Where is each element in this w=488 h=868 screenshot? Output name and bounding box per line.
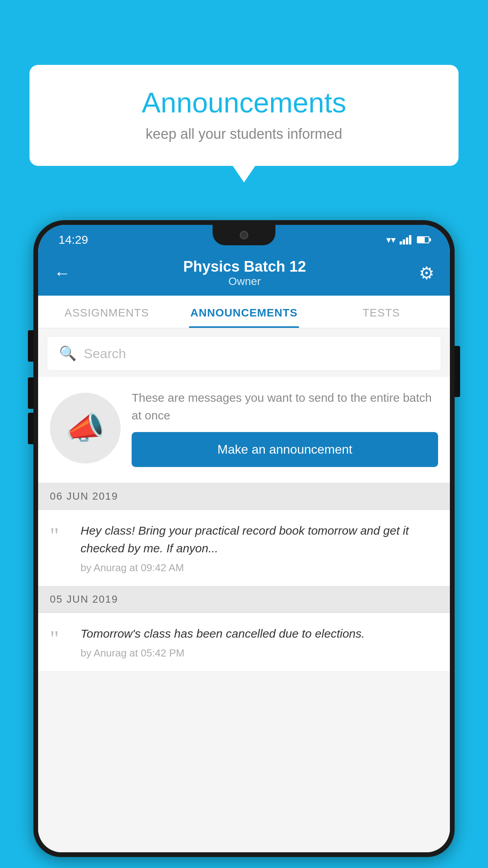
announcement-item-2[interactable]: " Tomorrow's class has been cancelled du… (38, 613, 450, 671)
speech-bubble-section: Announcements keep all your students inf… (29, 65, 459, 166)
phone-frame: 14:29 ▾▾ (33, 220, 455, 857)
announcement-item-1[interactable]: " Hey class! Bring your practical record… (38, 510, 450, 586)
bubble-title: Announcements (53, 86, 435, 119)
search-icon: 🔍 (59, 345, 77, 362)
wifi-icon: ▾▾ (386, 234, 396, 245)
search-bar[interactable]: 🔍 Search (47, 336, 441, 371)
signal-icon (400, 235, 411, 245)
announcement-text-1: Hey class! Bring your practical record b… (81, 522, 438, 557)
announcement-meta-2: by Anurag at 05:42 PM (81, 647, 438, 659)
battery-icon (417, 236, 429, 243)
tab-announcements[interactable]: ANNOUNCEMENTS (175, 296, 312, 328)
batch-title: Physics Batch 12 (70, 258, 419, 275)
announcement-meta-1: by Anurag at 09:42 AM (81, 562, 438, 574)
megaphone-circle: 📣 (50, 393, 121, 463)
app-header: ← Physics Batch 12 Owner ⚙ (38, 250, 450, 296)
tab-assignments[interactable]: ASSIGNMENTS (38, 296, 175, 328)
content-area: 🔍 Search 📣 These are messages you want t… (38, 328, 450, 852)
date-separator-1: 06 JUN 2019 (38, 483, 450, 510)
back-button[interactable]: ← (54, 264, 70, 283)
settings-icon[interactable]: ⚙ (419, 263, 434, 283)
announcement-content-2: Tomorrow's class has been cancelled due … (81, 625, 438, 659)
phone-screen: 14:29 ▾▾ (38, 225, 450, 852)
megaphone-icon: 📣 (66, 410, 105, 447)
header-title-block: Physics Batch 12 Owner (70, 258, 419, 288)
batch-role: Owner (70, 275, 419, 288)
announcement-text-2: Tomorrow's class has been cancelled due … (81, 625, 438, 642)
date-separator-2: 05 JUN 2019 (38, 586, 450, 613)
make-announcement-button[interactable]: Make an announcement (132, 432, 438, 467)
speech-bubble-card: Announcements keep all your students inf… (29, 65, 459, 166)
camera (240, 231, 248, 239)
announcement-content-1: Hey class! Bring your practical record b… (81, 522, 438, 574)
quote-icon-2: " (50, 625, 70, 650)
promo-card: 📣 These are messages you want to send to… (38, 377, 450, 483)
status-icons: ▾▾ (386, 234, 429, 245)
phone-container: 14:29 ▾▾ (33, 220, 455, 868)
search-placeholder: Search (84, 346, 126, 361)
status-time: 14:29 (59, 233, 88, 246)
promo-right: These are messages you want to send to t… (132, 389, 438, 467)
notch (213, 225, 275, 245)
quote-icon-1: " (50, 522, 70, 547)
bubble-subtitle: keep all your students informed (53, 126, 435, 142)
promo-description: These are messages you want to send to t… (132, 389, 438, 424)
tab-tests[interactable]: TESTS (313, 296, 450, 328)
tab-bar: ASSIGNMENTS ANNOUNCEMENTS TESTS (38, 296, 450, 328)
